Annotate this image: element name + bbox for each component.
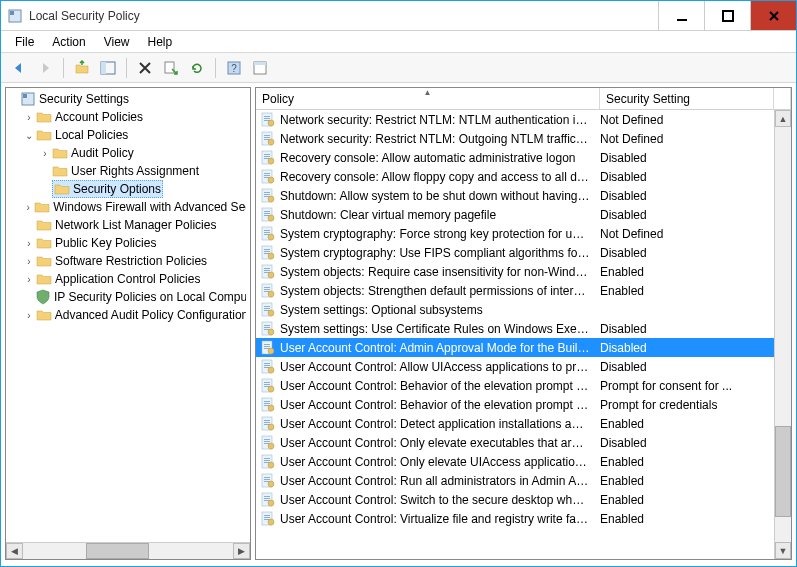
list-row[interactable]: User Account Control: Allow UIAccess app… bbox=[256, 357, 774, 376]
list-row[interactable]: System settings: Optional subsystems bbox=[256, 300, 774, 319]
policy-icon bbox=[260, 283, 276, 299]
back-button[interactable] bbox=[7, 56, 31, 80]
maximize-button[interactable] bbox=[704, 1, 750, 30]
policy-setting: Disabled bbox=[600, 436, 774, 450]
tree-horizontal-scrollbar[interactable]: ◀ ▶ bbox=[6, 542, 250, 559]
svg-point-82 bbox=[268, 367, 274, 373]
list-row[interactable]: User Account Control: Only elevate execu… bbox=[256, 433, 774, 452]
policy-name: Network security: Restrict NTLM: Outgoin… bbox=[280, 132, 600, 146]
policy-name: System cryptography: Use FIPS compliant … bbox=[280, 246, 600, 260]
list-row[interactable]: Recovery console: Allow automatic admini… bbox=[256, 148, 774, 167]
scroll-left-arrow[interactable]: ◀ bbox=[6, 543, 23, 559]
show-hide-tree-button[interactable] bbox=[96, 56, 120, 80]
list-row[interactable]: User Account Control: Behavior of the el… bbox=[256, 395, 774, 414]
export-button[interactable] bbox=[159, 56, 183, 80]
policy-name: User Account Control: Behavior of the el… bbox=[280, 379, 600, 393]
list-row[interactable]: User Account Control: Admin Approval Mod… bbox=[256, 338, 774, 357]
list-row[interactable]: User Account Control: Virtualize file an… bbox=[256, 509, 774, 528]
forward-button[interactable] bbox=[33, 56, 57, 80]
tree-item[interactable]: ›Windows Firewall with Advanced Security bbox=[6, 198, 250, 216]
list-row[interactable]: User Account Control: Behavior of the el… bbox=[256, 376, 774, 395]
list-row[interactable]: Network security: Restrict NTLM: Outgoin… bbox=[256, 129, 774, 148]
list-vertical-scrollbar[interactable]: ▲ ▼ bbox=[774, 110, 791, 559]
list-body[interactable]: Network security: Restrict NTLM: NTLM au… bbox=[256, 110, 774, 559]
tree-item[interactable]: ›Public Key Policies bbox=[6, 234, 250, 252]
expander-icon[interactable]: ⌄ bbox=[22, 130, 36, 141]
tree-item[interactable]: ›Application Control Policies bbox=[6, 270, 250, 288]
scroll-thumb[interactable] bbox=[775, 426, 791, 517]
window-controls bbox=[658, 1, 796, 30]
menu-file[interactable]: File bbox=[7, 33, 42, 51]
tree-item[interactable]: ›Audit Policy bbox=[6, 144, 250, 162]
tree-item[interactable]: Security Options bbox=[6, 180, 250, 198]
menu-help[interactable]: Help bbox=[140, 33, 181, 51]
list-row[interactable]: System objects: Require case insensitivi… bbox=[256, 262, 774, 281]
policy-setting: Disabled bbox=[600, 189, 774, 203]
list-row[interactable]: User Account Control: Run all administra… bbox=[256, 471, 774, 490]
up-button[interactable] bbox=[70, 56, 94, 80]
expander-icon[interactable]: › bbox=[22, 274, 36, 285]
expander-icon[interactable]: › bbox=[22, 310, 36, 321]
column-header-setting[interactable]: Security Setting bbox=[600, 88, 774, 109]
list-row[interactable]: System objects: Strengthen default permi… bbox=[256, 281, 774, 300]
list-row[interactable]: Shutdown: Clear virtual memory pagefileD… bbox=[256, 205, 774, 224]
help-button[interactable]: ? bbox=[222, 56, 246, 80]
tree-root[interactable]: Security Settings bbox=[6, 90, 250, 108]
policy-icon bbox=[260, 359, 276, 375]
svg-rect-55 bbox=[264, 270, 270, 271]
menu-view[interactable]: View bbox=[96, 33, 138, 51]
expander-icon[interactable]: › bbox=[38, 148, 52, 159]
scroll-right-arrow[interactable]: ▶ bbox=[233, 543, 250, 559]
tree-item[interactable]: User Rights Assignment bbox=[6, 162, 250, 180]
list-row[interactable]: System cryptography: Use FIPS compliant … bbox=[256, 243, 774, 262]
column-header-label: Security Setting bbox=[606, 92, 690, 106]
menu-action[interactable]: Action bbox=[44, 33, 93, 51]
list-row[interactable]: User Account Control: Only elevate UIAcc… bbox=[256, 452, 774, 471]
svg-point-117 bbox=[268, 500, 274, 506]
tree-item[interactable]: Network List Manager Policies bbox=[6, 216, 250, 234]
policy-name: User Account Control: Admin Approval Mod… bbox=[280, 341, 600, 355]
scroll-up-arrow[interactable]: ▲ bbox=[775, 110, 791, 127]
scroll-down-arrow[interactable]: ▼ bbox=[775, 542, 791, 559]
properties-button[interactable] bbox=[248, 56, 272, 80]
tree-item[interactable]: ›Advanced Audit Policy Configuration bbox=[6, 306, 250, 324]
list-row[interactable]: User Account Control: Switch to the secu… bbox=[256, 490, 774, 509]
expander-icon[interactable]: › bbox=[22, 202, 34, 213]
tree-item[interactable]: ⌄Local Policies bbox=[6, 126, 250, 144]
content: Security Settings›Account Policies⌄Local… bbox=[1, 83, 796, 564]
tree-node-label: User Rights Assignment bbox=[71, 164, 199, 178]
folder-icon bbox=[52, 145, 68, 161]
svg-rect-90 bbox=[264, 403, 270, 404]
svg-rect-70 bbox=[264, 327, 270, 328]
policy-setting: Disabled bbox=[600, 360, 774, 374]
delete-button[interactable] bbox=[133, 56, 157, 80]
expander-icon[interactable]: › bbox=[22, 256, 36, 267]
policy-name: User Account Control: Switch to the secu… bbox=[280, 493, 600, 507]
expander-icon[interactable]: › bbox=[22, 238, 36, 249]
tree-item[interactable]: ›Account Policies bbox=[6, 108, 250, 126]
list-row[interactable]: User Account Control: Detect application… bbox=[256, 414, 774, 433]
tree-node-label: IP Security Policies on Local Computer bbox=[54, 290, 246, 304]
column-header-policy[interactable]: ▲ Policy bbox=[256, 88, 600, 109]
close-button[interactable] bbox=[750, 1, 796, 30]
list-row[interactable]: Network security: Restrict NTLM: NTLM au… bbox=[256, 110, 774, 129]
list-row[interactable]: System cryptography: Force strong key pr… bbox=[256, 224, 774, 243]
svg-point-22 bbox=[268, 139, 274, 145]
policy-name: System objects: Strengthen default permi… bbox=[280, 284, 600, 298]
list-row[interactable]: Recovery console: Allow floppy copy and … bbox=[256, 167, 774, 186]
scroll-thumb[interactable] bbox=[86, 543, 149, 559]
tree-item[interactable]: IP Security Policies on Local Computer bbox=[6, 288, 250, 306]
scroll-track[interactable] bbox=[23, 543, 233, 559]
scroll-track[interactable] bbox=[775, 127, 791, 542]
list-row[interactable]: System settings: Use Certificate Rules o… bbox=[256, 319, 774, 338]
minimize-button[interactable] bbox=[658, 1, 704, 30]
tree-item[interactable]: ›Software Restriction Policies bbox=[6, 252, 250, 270]
list-row[interactable]: Shutdown: Allow system to be shut down w… bbox=[256, 186, 774, 205]
tree-node-label: Security Options bbox=[73, 182, 161, 196]
refresh-button[interactable] bbox=[185, 56, 209, 80]
expander-icon[interactable]: › bbox=[22, 112, 36, 123]
folder-icon bbox=[36, 109, 52, 125]
svg-point-87 bbox=[268, 386, 274, 392]
tree-body[interactable]: Security Settings›Account Policies⌄Local… bbox=[6, 88, 250, 542]
svg-point-32 bbox=[268, 177, 274, 183]
